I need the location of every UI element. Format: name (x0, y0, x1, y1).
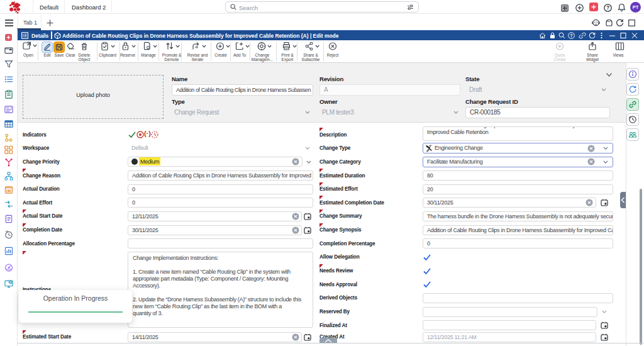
svg-text:?: ? (606, 4, 609, 11)
svg-text:?: ? (570, 33, 572, 38)
